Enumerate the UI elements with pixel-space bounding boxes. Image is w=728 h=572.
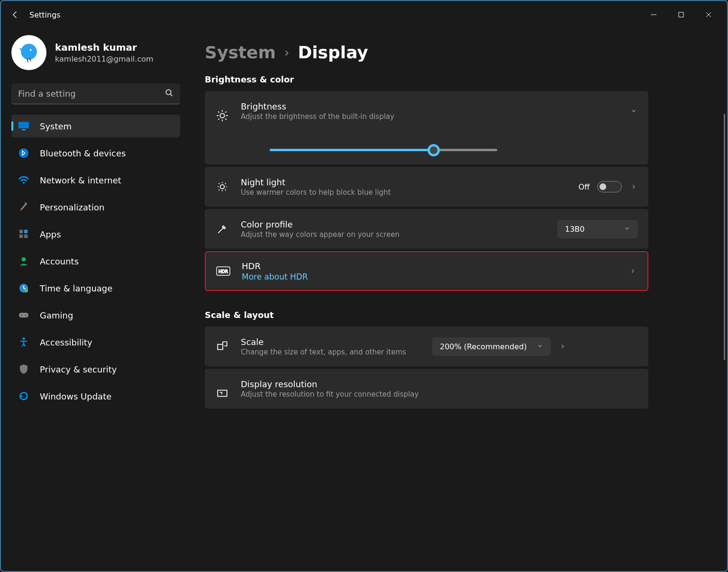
svg-line-7 <box>170 94 173 96</box>
search-icon <box>165 89 173 99</box>
sidebar-item-label: Time & language <box>40 283 112 293</box>
sidebar-item-time-language[interactable]: Time & language <box>11 277 180 300</box>
chevron-right-icon: › <box>284 45 289 60</box>
maximize-button[interactable] <box>667 5 695 24</box>
sidebar-item-label: Personalization <box>40 202 104 212</box>
card-scale[interactable]: Scale Change the size of text, apps, and… <box>205 327 648 366</box>
brightness-sub: Adjust the brightness of the built-in di… <box>241 112 618 121</box>
svg-point-25 <box>220 185 225 189</box>
sidebar-item-system[interactable]: System <box>11 115 180 137</box>
svg-rect-16 <box>24 235 27 238</box>
system-icon <box>18 120 29 132</box>
user-block[interactable]: kamlesh kumar kamlesh2011@gmail.com <box>11 35 180 70</box>
card-brightness[interactable]: Brightness Adjust the brightness of the … <box>205 91 648 164</box>
person-icon <box>18 255 29 267</box>
clock-icon <box>18 282 29 294</box>
scale-icon <box>215 340 229 353</box>
svg-point-21 <box>21 315 23 316</box>
svg-rect-28 <box>218 345 223 350</box>
wifi-icon <box>18 174 29 186</box>
scrollbar[interactable] <box>724 114 725 360</box>
brightness-slider[interactable] <box>270 149 497 151</box>
sidebar-item-network[interactable]: Network & internet <box>11 169 180 191</box>
hdr-title: HDR <box>242 261 617 271</box>
sidebar-item-gaming[interactable]: Gaming <box>11 304 180 327</box>
section-header-brightness: Brightness & color <box>205 74 727 84</box>
svg-rect-20 <box>19 313 28 318</box>
accessibility-icon <box>18 336 29 348</box>
night-light-toggle[interactable] <box>597 181 622 192</box>
sidebar-item-label: Accessibility <box>40 337 92 347</box>
svg-rect-15 <box>19 235 23 238</box>
scale-sub: Change the size of text, apps, and other… <box>241 348 421 356</box>
sidebar-item-windows-update[interactable]: Windows Update <box>11 385 180 408</box>
color-profile-dropdown[interactable]: 13B0 <box>557 220 638 238</box>
svg-point-17 <box>21 257 26 262</box>
svg-rect-9 <box>22 129 26 130</box>
sidebar-item-privacy[interactable]: Privacy & security <box>11 358 180 381</box>
sidebar-item-bluetooth[interactable]: Bluetooth & devices <box>11 142 180 164</box>
chevron-right-icon[interactable] <box>628 267 637 275</box>
sun-icon <box>215 109 229 122</box>
resolution-sub: Adjust the resolution to fit your connec… <box>241 390 638 399</box>
sidebar-item-label: Apps <box>40 229 61 239</box>
svg-text:HDR: HDR <box>218 269 228 274</box>
bluetooth-icon <box>18 147 29 159</box>
svg-point-23 <box>22 337 25 340</box>
card-display-resolution[interactable]: Display resolution Adjust the resolution… <box>205 369 648 409</box>
sidebar-item-accessibility[interactable]: Accessibility <box>11 331 180 354</box>
brightness-title: Brightness <box>241 101 618 111</box>
brush-icon <box>18 201 29 213</box>
night-light-title: Night light <box>241 177 567 187</box>
svg-rect-13 <box>19 230 23 233</box>
color-profile-sub: Adjust the way colors appear on your scr… <box>241 230 546 239</box>
night-light-state: Off <box>578 182 590 191</box>
sidebar-item-personalization[interactable]: Personalization <box>11 196 180 218</box>
svg-point-6 <box>166 90 171 95</box>
night-light-sub: Use warmer colors to help block blue lig… <box>241 188 567 197</box>
chevron-down-icon[interactable] <box>629 107 638 115</box>
svg-point-11 <box>23 182 25 184</box>
svg-point-22 <box>25 315 27 316</box>
svg-rect-8 <box>18 122 29 128</box>
sidebar-item-apps[interactable]: Apps <box>11 223 180 245</box>
night-light-icon <box>215 181 229 193</box>
chevron-down-icon <box>624 225 630 234</box>
user-name: kamlesh kumar <box>55 42 154 53</box>
search-input[interactable] <box>11 83 180 104</box>
color-profile-title: Color profile <box>241 219 546 229</box>
hdr-link[interactable]: More about HDR <box>242 272 617 281</box>
title-bar: Settings <box>1 1 727 28</box>
sidebar-item-label: Windows Update <box>40 391 111 401</box>
svg-rect-1 <box>679 12 683 17</box>
eyedropper-icon <box>215 223 229 235</box>
sidebar-item-label: Gaming <box>40 310 73 320</box>
scale-dropdown[interactable]: 200% (Recommended) <box>432 337 551 356</box>
sidebar-item-label: Privacy & security <box>40 364 117 374</box>
gamepad-icon <box>18 309 29 321</box>
resolution-title: Display resolution <box>241 379 638 389</box>
apps-icon <box>18 228 29 240</box>
resolution-icon <box>215 388 229 400</box>
sidebar-item-accounts[interactable]: Accounts <box>11 250 180 272</box>
scale-value: 200% (Recommended) <box>440 342 527 351</box>
chevron-right-icon[interactable] <box>558 342 567 351</box>
minimize-button[interactable] <box>640 5 667 24</box>
close-button[interactable] <box>695 5 722 24</box>
svg-point-19 <box>25 289 28 292</box>
chevron-down-icon <box>537 342 543 351</box>
card-hdr[interactable]: HDR HDR More about HDR <box>205 251 648 291</box>
sidebar-item-label: Bluetooth & devices <box>40 148 126 158</box>
update-icon <box>18 390 29 402</box>
back-button[interactable] <box>6 10 25 19</box>
svg-rect-14 <box>24 230 27 233</box>
chevron-right-icon[interactable] <box>629 182 638 191</box>
hdr-icon: HDR <box>216 266 230 276</box>
breadcrumb-parent[interactable]: System <box>205 43 276 62</box>
svg-point-10 <box>19 148 28 158</box>
card-color-profile[interactable]: Color profile Adjust the way colors appe… <box>205 209 648 249</box>
sidebar-item-label: System <box>40 121 72 131</box>
svg-point-24 <box>220 113 224 118</box>
section-header-scale: Scale & layout <box>205 310 727 320</box>
card-night-light[interactable]: Night light Use warmer colors to help bl… <box>205 167 648 207</box>
